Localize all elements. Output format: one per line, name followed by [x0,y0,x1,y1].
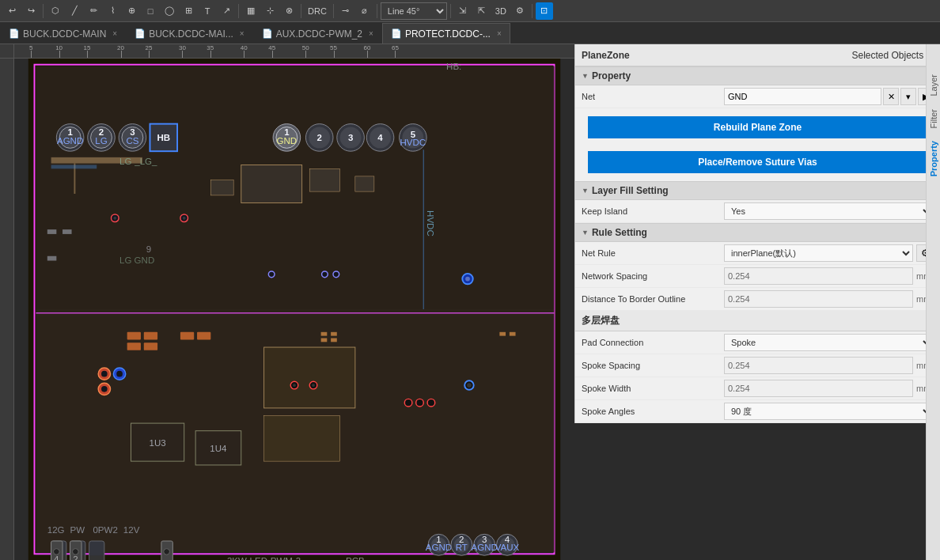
tab-buck-main[interactable]: 📄 BUCK.DCDC-MAIN × [0,23,126,44]
property-section-title: Property [592,70,631,81]
route-icon[interactable]: ⌇ [104,2,121,20]
side-tab-filter[interactable]: Filter [927,103,940,134]
spoke-width-input[interactable] [724,380,913,397]
svg-rect-118 [321,339,328,342]
keep-island-label: Keep Island [582,206,724,216]
pcb-canvas[interactable]: 1 AGND 2 LG 3 CS HB [14,59,574,560]
divider-3 [301,4,301,18]
svg-rect-120 [499,332,506,336]
svg-point-110 [416,399,424,407]
import-icon[interactable]: ⇲ [454,2,472,20]
divider-5 [377,4,377,18]
spoke-spacing-input[interactable] [724,357,913,374]
tab-label-1: BUCK.DCDC-MAIN [23,28,106,40]
side-tab-property[interactable]: Property [927,134,940,183]
line-angle-select[interactable]: Line 45° Line 90° Free Angle [381,2,447,20]
arrow-icon[interactable]: ↗ [218,2,235,20]
distance-border-input[interactable] [724,290,913,308]
tab-close-2[interactable]: × [240,29,244,38]
svg-text:3KW-LED-PWM-3: 3KW-LED-PWM-3 [227,556,301,560]
selected-info: Selected Objects 1 [851,50,934,61]
undo-icon[interactable]: ↩ [3,2,21,20]
keep-island-select[interactable]: Yes No [724,202,934,220]
pad-connection-select[interactable]: Spoke Direct None [724,334,934,351]
spoke-angles-value: 90 度 45 度 [724,403,934,420]
spoke-spacing-row: Spoke Spacing mm [575,354,940,377]
suture-button[interactable]: Place/Remove Suture Vias [588,151,927,173]
net-input[interactable] [724,88,881,105]
net-row: Net ✕ ▾ ▶ [575,85,940,108]
fill-icon[interactable]: ▦ [242,2,260,20]
ruler-vertical [0,59,14,560]
svg-rect-116 [321,332,328,336]
panel-title: PlaneZone [582,50,630,61]
network-spacing-label: Network Spacing [582,271,724,281]
svg-point-106 [293,384,296,387]
net-clear-btn[interactable]: ✕ [883,88,899,105]
zoom-icon[interactable]: ⊗ [280,2,298,20]
wire-icon[interactable]: ⌀ [356,2,373,20]
draw-icon[interactable]: ✏ [85,2,102,20]
network-spacing-input[interactable] [724,267,913,285]
spoke-angles-row: Spoke Angles 90 度 45 度 [575,400,940,423]
line-icon[interactable]: ╱ [66,2,83,20]
tab-label-4: PROTECT.DCDC-... [405,28,491,40]
ruler-corner [0,44,14,59]
tab-close-1[interactable]: × [112,29,117,38]
property-arrow: ▼ [582,72,589,80]
divider-4 [333,4,334,18]
rule-setting-title: Rule Setting [592,227,647,238]
tab-close-4[interactable]: × [497,29,502,38]
svg-point-115 [465,277,470,282]
keep-island-row: Keep Island Yes No [575,200,940,223]
spoke-width-label: Spoke Width [582,384,724,393]
tab-icon-3: 📄 [262,28,273,39]
polygon-icon[interactable]: ⬡ [47,2,64,20]
distance-border-label: Distance To Border Outline [582,294,724,304]
distance-border-value: mm [724,290,934,308]
settings-icon[interactable]: ⚙ [511,2,529,20]
property-panel: ▼ Property Net ✕ ▾ ▶ Rebuild Plane Zone [575,66,940,423]
net-rule-select[interactable]: innerPlane(默认) [724,244,913,262]
tab-aux-dcdc[interactable]: 📄 AUX.DCDC-PWM_2 × [253,23,382,44]
active-tool-icon[interactable]: ⊡ [536,2,553,20]
measure-icon[interactable]: ⊹ [261,2,279,20]
layer-fill-arrow: ▼ [582,187,589,195]
pad-connection-label: Pad Connection [582,338,724,347]
net-value-container: ✕ ▾ ▶ [724,88,934,105]
drc-label[interactable]: DRC [305,6,330,16]
divider-6 [450,4,451,18]
rule-setting-section-header: ▼ Rule Setting [575,223,940,242]
side-tab-bar: Layer Filter Property [926,44,940,560]
text-icon[interactable]: T [199,2,216,20]
divider-7 [532,4,533,18]
tab-buck-mai2[interactable]: 📄 BUCK.DCDC-MAI... × [126,23,253,44]
side-tab-layer[interactable]: Layer [927,68,940,103]
multilayer-pad-label: 多层焊盘 [575,311,940,331]
rect-icon[interactable]: □ [142,2,159,20]
net-rule-label: Net Rule [582,248,724,258]
divider-1 [43,4,44,18]
3d-icon[interactable]: 3D [492,2,510,20]
spoke-angles-select[interactable]: 90 度 45 度 [724,403,934,420]
svg-point-113 [467,383,472,388]
rebuild-button[interactable]: Rebuild Plane Zone [588,116,927,138]
selected-label: Selected Objects [851,50,923,61]
svg-rect-121 [510,332,516,336]
network-spacing-row: Network Spacing mm [575,265,940,288]
right-panel: PlaneZone Selected Objects 1 ▼ Property … [574,44,940,423]
tab-protect[interactable]: 📄 PROTECT.DCDC-... × [382,23,510,44]
export-icon[interactable]: ⇱ [473,2,491,20]
net-dropdown-btn[interactable]: ▾ [900,88,916,105]
grid-icon[interactable]: ⊞ [180,2,197,20]
canvas-row: 1 AGND 2 LG 3 CS HB [0,59,574,560]
pad-connection-value: Spoke Direct None [724,334,934,351]
circle-icon[interactable]: ◯ [161,2,178,20]
tab-close-3[interactable]: × [369,29,373,38]
redo-icon[interactable]: ↪ [22,2,40,20]
via-icon[interactable]: ⊕ [123,2,140,20]
pcb-viewport[interactable]: 1 AGND 2 LG 3 CS HB [14,59,574,560]
conn-icon[interactable]: ⊸ [337,2,354,20]
net-label: Net [582,92,724,101]
layer-fill-title: Layer Fill Setting [592,185,669,196]
